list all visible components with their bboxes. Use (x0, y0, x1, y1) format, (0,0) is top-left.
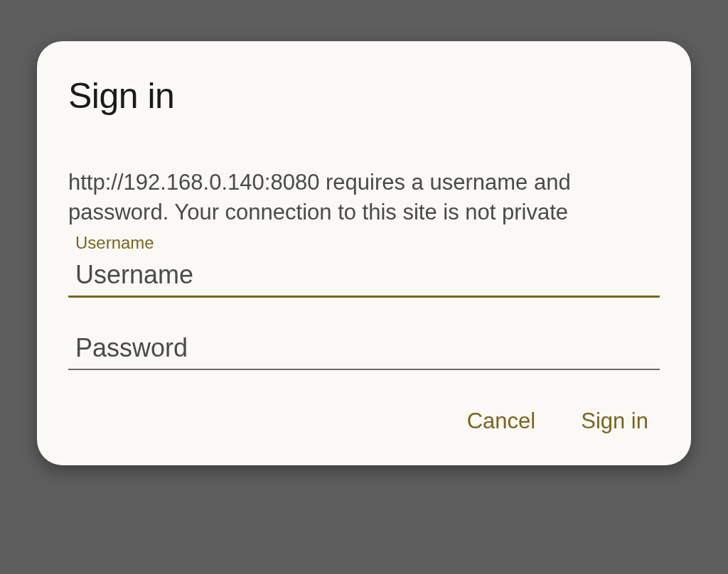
password-field-group (68, 327, 660, 370)
dialog-actions: Cancel Sign in (68, 404, 660, 438)
dialog-title: Sign in (68, 75, 660, 117)
username-field-group: Username (68, 233, 660, 298)
signin-button[interactable]: Sign in (578, 404, 651, 438)
password-input[interactable] (68, 327, 660, 370)
cancel-button[interactable]: Cancel (464, 404, 539, 438)
username-input[interactable] (68, 254, 660, 298)
username-label: Username (75, 233, 660, 253)
dialog-message: http://192.168.0.140:8080 requires a use… (68, 168, 660, 227)
signin-dialog: Sign in http://192.168.0.140:8080 requir… (37, 41, 691, 465)
